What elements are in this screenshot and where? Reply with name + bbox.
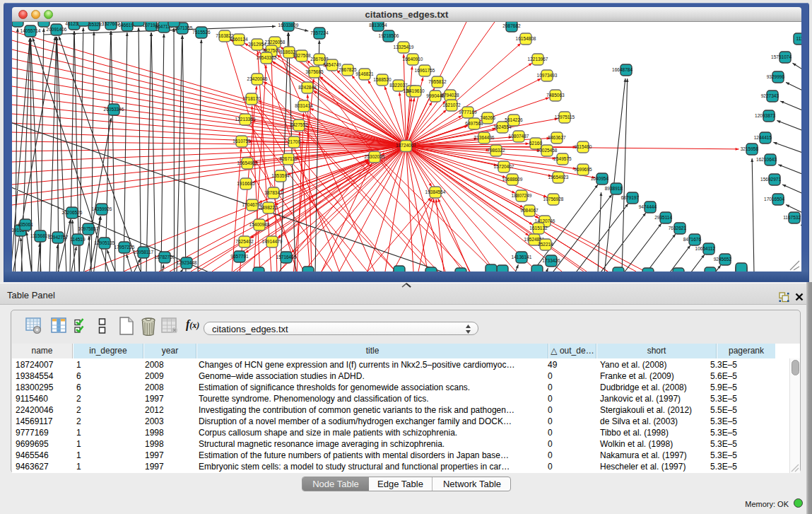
svg-text:15692971: 15692971 bbox=[760, 177, 781, 182]
svg-text:1117: 1117 bbox=[796, 36, 802, 41]
svg-text:2867825: 2867825 bbox=[339, 67, 357, 72]
svg-text:14914479: 14914479 bbox=[262, 239, 283, 244]
svg-text:7357224: 7357224 bbox=[310, 30, 329, 35]
svg-text:7955812: 7955812 bbox=[428, 79, 447, 84]
svg-text:1621072: 1621072 bbox=[442, 103, 461, 107]
svg-text:1167532: 1167532 bbox=[783, 215, 801, 220]
svg-text:252214: 252214 bbox=[538, 242, 553, 247]
svg-text:9657791: 9657791 bbox=[230, 254, 249, 259]
svg-text:3215958: 3215958 bbox=[741, 146, 759, 151]
svg-text:2718170: 2718170 bbox=[242, 96, 261, 101]
svg-text:3675685: 3675685 bbox=[305, 69, 324, 74]
svg-text:14136141: 14136141 bbox=[512, 255, 532, 259]
svg-text:12905135: 12905135 bbox=[95, 240, 115, 245]
svg-text:10543362: 10543362 bbox=[257, 55, 277, 60]
svg-text:12942757: 12942757 bbox=[48, 235, 69, 240]
svg-text:1588520: 1588520 bbox=[373, 77, 392, 82]
svg-text:10973493: 10973493 bbox=[537, 73, 558, 78]
svg-text:12923448: 12923448 bbox=[177, 260, 197, 265]
svg-text:9329996: 9329996 bbox=[767, 74, 785, 79]
svg-text:16154808: 16154808 bbox=[516, 36, 536, 41]
svg-text:14055714: 14055714 bbox=[20, 28, 41, 33]
svg-text:6497568: 6497568 bbox=[465, 121, 483, 126]
svg-text:23226058: 23226058 bbox=[265, 40, 286, 45]
svg-text:19384554: 19384554 bbox=[425, 189, 446, 194]
svg-text:10807487: 10807487 bbox=[509, 134, 529, 139]
svg-text:2087682: 2087682 bbox=[502, 23, 521, 28]
svg-text:6879197: 6879197 bbox=[621, 195, 640, 200]
svg-text:10654112: 10654112 bbox=[695, 246, 716, 251]
svg-text:7625402: 7625402 bbox=[235, 239, 254, 244]
svg-text:15716485: 15716485 bbox=[276, 255, 297, 259]
svg-text:835061: 835061 bbox=[18, 222, 33, 227]
svg-text:9146821: 9146821 bbox=[355, 71, 374, 76]
svg-text:9327508: 9327508 bbox=[293, 53, 311, 58]
svg-text:3912954: 3912954 bbox=[248, 42, 266, 47]
svg-text:16210643: 16210643 bbox=[756, 157, 777, 162]
svg-text:23420046: 23420046 bbox=[247, 76, 268, 81]
svg-text:5614226: 5614226 bbox=[505, 117, 523, 122]
svg-text:10756928: 10756928 bbox=[543, 197, 564, 201]
svg-text:12213967: 12213967 bbox=[528, 57, 548, 62]
svg-text:3878342: 3878342 bbox=[264, 190, 283, 195]
svg-text:2367608: 2367608 bbox=[310, 57, 329, 62]
svg-text:9227343: 9227343 bbox=[761, 93, 779, 98]
svg-text:15720407: 15720407 bbox=[494, 164, 514, 169]
svg-text:1353594: 1353594 bbox=[271, 173, 290, 178]
svg-text:2935114: 2935114 bbox=[654, 215, 672, 220]
svg-text:8031414: 8031414 bbox=[295, 103, 313, 108]
svg-text:16961755: 16961755 bbox=[415, 68, 435, 73]
svg-text:9245652: 9245652 bbox=[714, 257, 732, 262]
svg-text:1610755: 1610755 bbox=[233, 139, 251, 144]
svg-text:7515526: 7515526 bbox=[192, 30, 211, 35]
svg-text:10654982: 10654982 bbox=[237, 160, 258, 165]
svg-text:17016504: 17016504 bbox=[764, 197, 784, 201]
svg-text:13325419: 13325419 bbox=[394, 45, 414, 49]
svg-text:9474444: 9474444 bbox=[639, 204, 657, 209]
svg-text:15751074: 15751074 bbox=[771, 54, 792, 59]
svg-text:7986322: 7986322 bbox=[487, 148, 505, 153]
svg-text:10975857: 10975857 bbox=[78, 226, 99, 231]
svg-text:746266: 746266 bbox=[480, 115, 495, 120]
svg-text:19654923: 19654923 bbox=[548, 175, 569, 180]
svg-text:2549575: 2549575 bbox=[553, 156, 572, 161]
svg-text:25302035: 25302035 bbox=[365, 154, 385, 159]
svg-text:3498222: 3498222 bbox=[259, 205, 278, 210]
svg-text:16648784: 16648784 bbox=[612, 67, 632, 72]
svg-text:8322037: 8322037 bbox=[389, 83, 408, 88]
svg-text:16640910: 16640910 bbox=[403, 57, 423, 62]
svg-text:12975115: 12975115 bbox=[555, 115, 575, 119]
svg-text:8463627: 8463627 bbox=[548, 135, 566, 140]
svg-text:1527602: 1527602 bbox=[102, 22, 120, 26]
svg-text:10688609: 10688609 bbox=[502, 177, 523, 182]
svg-text:8938918: 8938918 bbox=[605, 186, 623, 191]
svg-text:1640954: 1640954 bbox=[591, 176, 609, 181]
svg-text:1419610: 1419610 bbox=[406, 88, 425, 93]
svg-text:18807249: 18807249 bbox=[512, 193, 532, 198]
svg-text:6794028: 6794028 bbox=[441, 93, 459, 98]
svg-text:9777169: 9777169 bbox=[459, 110, 477, 115]
svg-text:15400948: 15400948 bbox=[249, 222, 270, 227]
svg-text:20206526: 20206526 bbox=[62, 210, 83, 215]
svg-text:1244415: 1244415 bbox=[754, 135, 772, 140]
svg-text:21700: 21700 bbox=[288, 139, 300, 144]
svg-text:114519: 114519 bbox=[70, 237, 86, 242]
svg-text:16033809: 16033809 bbox=[278, 23, 299, 28]
svg-text:8471676: 8471676 bbox=[683, 237, 702, 242]
svg-text:9115460: 9115460 bbox=[575, 144, 592, 149]
svg-text:21364436: 21364436 bbox=[474, 135, 495, 140]
svg-text:7632621: 7632621 bbox=[669, 226, 687, 230]
svg-text:12213369: 12213369 bbox=[235, 117, 256, 122]
svg-text:18724007: 18724007 bbox=[396, 143, 416, 148]
svg-text:9699695: 9699695 bbox=[574, 167, 592, 172]
svg-text:9084067: 9084067 bbox=[520, 208, 539, 213]
svg-text:1615132: 1615132 bbox=[529, 226, 548, 230]
svg-text:10958117: 10958117 bbox=[134, 250, 154, 255]
svg-text:62160: 62160 bbox=[529, 141, 542, 146]
svg-text:8454749: 8454749 bbox=[323, 62, 341, 67]
svg-text:17957225: 17957225 bbox=[114, 245, 135, 250]
svg-text:12093873: 12093873 bbox=[755, 113, 775, 118]
svg-text:7485063: 7485063 bbox=[546, 93, 565, 98]
svg-text:8660124: 8660124 bbox=[230, 37, 248, 42]
svg-text:26053346: 26053346 bbox=[104, 107, 124, 112]
